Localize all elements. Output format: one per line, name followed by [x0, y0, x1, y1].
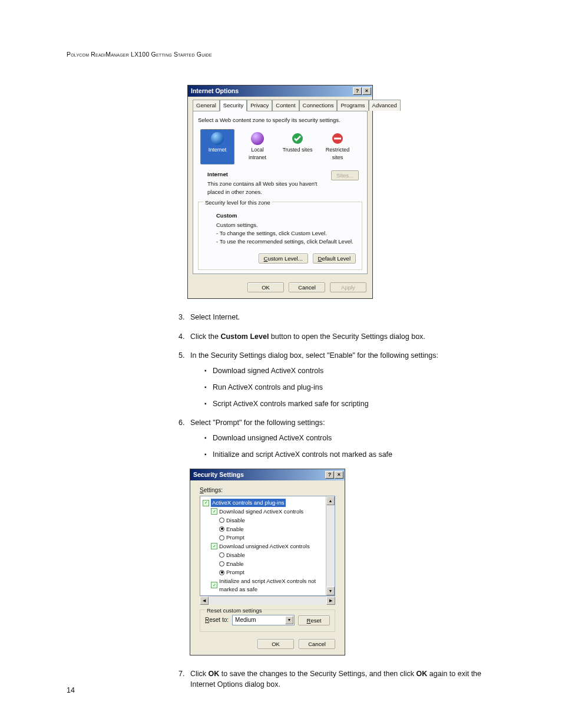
close-icon[interactable]: × — [362, 87, 371, 95]
zone-intranet[interactable]: Local intranet — [240, 129, 275, 164]
radio-icon[interactable] — [219, 570, 224, 575]
titlebar[interactable]: Security Settings ? × — [190, 469, 345, 480]
step-5: In the Security Settings dialog box, sel… — [187, 350, 496, 410]
page-header: Polycom ReadiManager LX100 Getting Start… — [67, 50, 496, 59]
instruction-list: Click OK to save the changes to the Secu… — [177, 668, 496, 690]
activex-icon: ✓ — [203, 500, 209, 506]
radio-icon[interactable] — [219, 552, 224, 558]
tree-root[interactable]: ActiveX controls and plug-ins — [211, 499, 286, 507]
tab-advanced[interactable]: Advanced — [369, 100, 401, 111]
page-number: 14 — [67, 685, 75, 696]
globe-icon — [202, 132, 233, 145]
default-level-button[interactable]: Default Level — [313, 253, 356, 263]
settings-tree[interactable]: ✓ActiveX controls and plug-ins ✓Download… — [200, 496, 335, 596]
svg-rect-2 — [334, 137, 341, 139]
zone-trusted[interactable]: Trusted sites — [280, 129, 315, 164]
radio-label[interactable]: Enable — [226, 525, 244, 533]
titlebar[interactable]: Internet Options ? × — [188, 85, 372, 97]
list-item: Initialize and script ActiveX controls n… — [204, 449, 496, 460]
level-line: - To use the recommended settings, click… — [216, 238, 356, 246]
list-item: Download signed ActiveX controls — [204, 365, 496, 376]
scrollbar-horizontal[interactable]: ◀ ▶ — [200, 596, 335, 605]
scrollbar-vertical[interactable]: ▲ ▼ — [326, 496, 335, 595]
zone-description: This zone contains all Web sites you hav… — [207, 180, 325, 196]
tab-strip: General Security Privacy Content Connect… — [188, 97, 372, 111]
tree-node[interactable]: Download signed ActiveX controls — [219, 508, 303, 516]
radio-label[interactable]: Prompt — [226, 568, 244, 577]
security-level-group: Security level for this zone Custom Cust… — [198, 202, 362, 270]
cancel-button[interactable]: Cancel — [299, 639, 335, 649]
list-item: Script ActiveX controls marked safe for … — [204, 398, 496, 409]
group-legend: Security level for this zone — [203, 199, 272, 207]
activex-icon: ✓ — [211, 543, 217, 549]
ok-button[interactable]: OK — [247, 282, 284, 292]
ok-button[interactable]: OK — [257, 639, 294, 649]
radio-label[interactable]: Disable — [226, 594, 245, 596]
scroll-up-icon[interactable]: ▲ — [326, 496, 335, 505]
tab-general[interactable]: General — [193, 100, 220, 111]
tab-content[interactable]: Content — [272, 100, 299, 111]
tree-node[interactable]: Download unsigned ActiveX controls — [219, 542, 310, 551]
apply-button: Apply — [330, 282, 366, 292]
restricted-icon — [322, 132, 353, 145]
sites-button: Sites... — [331, 170, 359, 180]
step-4: Click the Custom Level button to open th… — [187, 331, 496, 342]
zone-label: Trusted sites — [282, 146, 313, 154]
reset-group: Reset custom settings Reset to: Medium ▼… — [200, 610, 335, 632]
close-icon[interactable]: × — [335, 471, 343, 479]
instruction-list: Select Internet. Click the Custom Level … — [177, 312, 496, 460]
zone-label: Internet — [202, 146, 233, 154]
zone-label: Restricted sites — [322, 146, 353, 162]
activex-icon: ✓ — [211, 508, 217, 515]
security-settings-dialog: Security Settings ? × Settings: ✓ActiveX… — [190, 469, 345, 656]
step-6: Select "Prompt" for the following settin… — [187, 417, 496, 460]
dialog-title: Internet Options — [191, 87, 239, 95]
group-legend: Reset custom settings — [205, 607, 263, 615]
list-item: Run ActiveX controls and plug-ins — [204, 382, 496, 393]
zone-label: Local intranet — [242, 146, 273, 162]
level-line: - To change the settings, click Custom L… — [216, 229, 356, 238]
radio-label[interactable]: Disable — [226, 516, 245, 525]
internet-options-dialog: Internet Options ? × General Security Pr… — [187, 85, 373, 299]
instruction-text: Select a Web content zone to specify its… — [198, 116, 362, 124]
combo-value: Medium — [235, 616, 256, 625]
radio-icon[interactable] — [219, 518, 224, 523]
custom-level-button[interactable]: CCustom Level...ustom Level... — [259, 253, 308, 263]
level-title: Custom — [216, 212, 356, 220]
radio-icon[interactable] — [219, 535, 224, 541]
zone-title: Internet — [207, 170, 325, 179]
scroll-right-icon[interactable]: ▶ — [326, 597, 335, 605]
help-icon[interactable]: ? — [325, 471, 334, 479]
radio-label[interactable]: Disable — [226, 551, 245, 559]
trusted-icon — [282, 132, 313, 145]
list-item: Download unsigned ActiveX controls — [204, 433, 496, 443]
reset-to-combo[interactable]: Medium ▼ — [232, 615, 295, 625]
reset-to-label: Reset to: — [205, 616, 229, 625]
tab-connections[interactable]: Connections — [299, 100, 338, 111]
radio-label[interactable]: Prompt — [226, 533, 244, 542]
radio-icon[interactable] — [219, 561, 224, 566]
step-3: Select Internet. — [187, 312, 496, 322]
radio-icon[interactable] — [219, 526, 224, 532]
scroll-down-icon[interactable]: ▼ — [326, 587, 335, 595]
zone-internet[interactable]: Internet — [200, 129, 234, 164]
activex-icon: ✓ — [211, 582, 217, 588]
scroll-left-icon[interactable]: ◀ — [200, 597, 209, 605]
settings-label: Settings: — [195, 484, 340, 496]
chevron-down-icon[interactable]: ▼ — [285, 616, 293, 624]
tab-privacy[interactable]: Privacy — [247, 100, 272, 111]
tab-security[interactable]: Security — [220, 100, 247, 111]
step-7: Click OK to save the changes to the Secu… — [187, 668, 496, 690]
radio-label[interactable]: Enable — [226, 560, 244, 568]
help-icon[interactable]: ? — [353, 87, 362, 95]
reset-button[interactable]: Reset — [298, 615, 330, 625]
dialog-title: Security Settings — [193, 470, 244, 479]
level-line: Custom settings. — [216, 221, 356, 229]
tab-programs[interactable]: Programs — [337, 100, 368, 111]
zone-restricted[interactable]: Restricted sites — [320, 129, 355, 164]
tree-node[interactable]: Initialize and script ActiveX controls n… — [219, 577, 325, 594]
cancel-button[interactable]: Cancel — [289, 282, 325, 292]
tab-body: Select a Web content zone to specify its… — [193, 111, 368, 274]
intranet-icon — [242, 132, 273, 145]
